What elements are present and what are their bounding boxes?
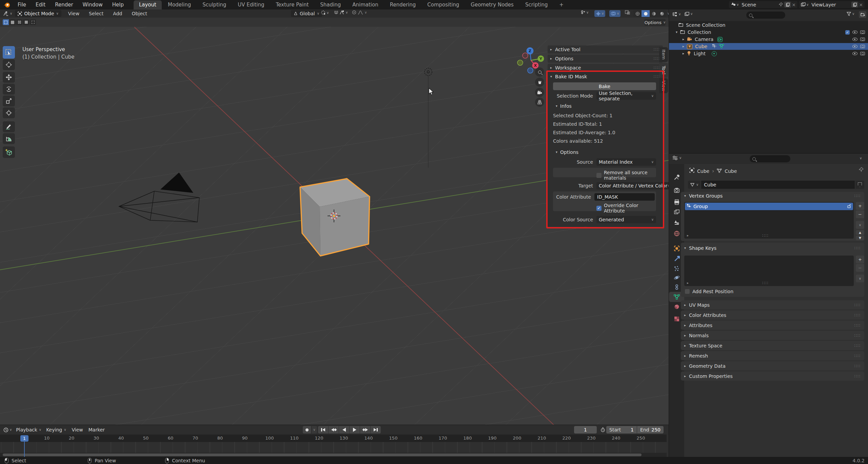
sidebar-tab-view[interactable]: View xyxy=(659,78,668,93)
xray-toggle[interactable] xyxy=(625,10,630,15)
panel-grip-icon[interactable]: ∷∷ xyxy=(854,246,861,250)
tool-measure[interactable] xyxy=(3,133,15,144)
tool-options-dropdown[interactable]: Options∨ xyxy=(645,19,666,26)
add-vertex-group-button[interactable]: + xyxy=(856,202,864,210)
tool-move[interactable] xyxy=(3,72,15,83)
remove-viewlayer-button[interactable]: × xyxy=(859,2,863,7)
breadcrumb-object-name[interactable]: Cube xyxy=(697,168,709,174)
panel-texture-space[interactable]: ▸Texture Space∷∷ xyxy=(681,341,864,350)
cube-object[interactable] xyxy=(292,169,376,261)
expand-icon[interactable]: ▸ xyxy=(683,38,684,41)
lock-open-icon[interactable] xyxy=(847,203,851,209)
source-dropdown[interactable]: Material Index∨ xyxy=(596,158,656,166)
zoom-view-button[interactable] xyxy=(535,67,544,77)
tool-cursor[interactable] xyxy=(3,59,15,70)
outliner-filter-dropdown[interactable]: ∨ xyxy=(847,12,854,16)
playhead-frame-tag[interactable]: 1 xyxy=(20,435,28,442)
workspace-tab-geometry-nodes[interactable]: Geometry Nodes xyxy=(465,0,519,9)
shape-keys-list[interactable]: ▸ ∷∷ xyxy=(684,256,854,286)
move-group-down-button[interactable]: ▼ xyxy=(856,236,864,240)
timeline-editor-type-button[interactable]: ∨ xyxy=(3,427,12,432)
disable-render-icon[interactable] xyxy=(860,52,865,55)
disable-render-icon[interactable] xyxy=(860,45,865,48)
next-keyframe-button[interactable] xyxy=(360,426,370,433)
select-mode-subtract[interactable] xyxy=(23,19,29,25)
jump-to-start-button[interactable] xyxy=(318,426,328,433)
mesh-data-icon[interactable] xyxy=(719,44,724,49)
new-viewlayer-button[interactable] xyxy=(851,2,858,7)
panel-normals[interactable]: ▸Normals∷∷ xyxy=(681,331,864,340)
breadcrumb-data-name[interactable]: Cube xyxy=(725,168,737,174)
light-data-icon[interactable] xyxy=(712,51,717,56)
menu-window[interactable]: Window xyxy=(78,2,107,8)
timeline-tracks[interactable] xyxy=(0,442,667,453)
remove-materials-checkbox[interactable] xyxy=(596,173,601,178)
timeline-scrollbar-thumb[interactable] xyxy=(3,453,642,456)
end-frame-field[interactable]: End250 xyxy=(637,426,664,433)
add-shape-key-button[interactable]: + xyxy=(856,256,864,263)
orientation-dropdown[interactable]: Global ∨ xyxy=(291,10,322,17)
snap-controls[interactable]: ∨ xyxy=(334,10,348,15)
workspace-tab-layout[interactable]: Layout xyxy=(134,0,162,9)
list-resize-grip[interactable]: ∷∷ xyxy=(762,281,769,285)
vertex-group-specials-button[interactable]: ∨ xyxy=(856,221,864,229)
prev-keyframe-button[interactable] xyxy=(329,426,339,433)
viewport-menu-select[interactable]: Select xyxy=(84,11,108,16)
npanel-workspace[interactable]: ▸Workspace∷∷ xyxy=(548,64,663,72)
workspace-tab-compositing[interactable]: Compositing xyxy=(422,0,465,9)
npanel-active-tool[interactable]: ▸Active Tool∷∷ xyxy=(548,45,663,54)
selection-mode-dropdown[interactable]: Use Selection, separate∨ xyxy=(596,92,656,100)
timeline-menu-keying[interactable]: Keying∨ xyxy=(46,427,66,432)
viewlayer-name[interactable]: ViewLayer xyxy=(809,2,851,7)
panel-grip-icon[interactable]: ∷∷ xyxy=(854,194,861,198)
current-frame-field[interactable]: 1 xyxy=(574,426,597,433)
shading-wireframe-button[interactable] xyxy=(633,10,642,17)
workspace-tab-texture-paint[interactable]: Texture Paint xyxy=(270,0,314,9)
camera-data-icon[interactable] xyxy=(717,37,723,42)
bake-button[interactable]: Bake xyxy=(553,82,656,90)
move-group-up-button[interactable]: ▲ xyxy=(856,230,864,235)
viewlayer-browse-caret[interactable]: ∨ xyxy=(806,3,809,6)
tool-annotate[interactable] xyxy=(3,121,15,132)
color-attribute-field[interactable]: ID_MASK xyxy=(594,193,655,201)
outliner-search-field[interactable] xyxy=(746,12,785,19)
properties-editor-type-button[interactable]: ∨ xyxy=(672,156,682,160)
hide-viewport-icon[interactable] xyxy=(852,45,857,48)
sidebar-tab-tool[interactable]: Tool xyxy=(659,63,668,78)
bake-panel-header[interactable]: ▾ Bake ID Mask ∷∷ xyxy=(550,73,660,80)
new-collection-button[interactable] xyxy=(859,11,866,18)
proportional-edit-controls[interactable]: ∨ xyxy=(352,10,367,15)
new-scene-button[interactable] xyxy=(784,2,791,7)
properties-options-caret[interactable]: ∨ xyxy=(860,157,862,160)
panel-remesh[interactable]: ▸Remesh∷∷ xyxy=(681,351,864,360)
mode-dropdown[interactable]: Object Mode ∨ xyxy=(15,10,61,17)
hide-viewport-icon[interactable] xyxy=(852,31,857,34)
light-object[interactable] xyxy=(420,66,437,175)
mesh-name-field[interactable]: Cube xyxy=(701,181,855,189)
options-subpanel-header[interactable]: ▾Options xyxy=(556,149,578,156)
vertex-groups-header[interactable]: ▾ Vertex Groups ∷∷ xyxy=(681,192,864,200)
scene-icon[interactable] xyxy=(731,2,736,7)
expand-icon[interactable]: ▸ xyxy=(683,45,684,48)
workspace-tab-modeling[interactable]: Modeling xyxy=(162,0,196,9)
outliner-row-collection[interactable]: ▾ Collection ✓ xyxy=(669,29,868,36)
viewlayer-icon[interactable] xyxy=(801,2,806,7)
record-button[interactable] xyxy=(303,426,311,433)
tab-tool[interactable] xyxy=(669,172,684,182)
show-object-types-dropdown[interactable]: ∨ xyxy=(580,10,589,15)
modifier-stack-icon[interactable] xyxy=(712,44,716,49)
vertex-groups-list[interactable]: Group ▸ ∷∷ xyxy=(684,202,854,239)
menu-edit[interactable]: Edit xyxy=(31,2,50,8)
panel-uv-maps[interactable]: ▸UV Maps∷∷ xyxy=(681,300,864,309)
pivot-point-dropdown[interactable]: ∨ xyxy=(321,10,329,15)
menu-help[interactable]: Help xyxy=(107,2,129,8)
vertex-group-row[interactable]: Group xyxy=(685,203,853,210)
outliner-display-mode-dropdown[interactable]: ∨ xyxy=(672,12,681,16)
gizmos-toggle[interactable]: ∨ xyxy=(594,10,605,17)
shading-material-button[interactable] xyxy=(650,10,658,17)
disable-render-icon[interactable] xyxy=(860,31,865,34)
add-workspace-button[interactable]: + xyxy=(554,0,569,9)
workspace-tab-shading[interactable]: Shading xyxy=(315,0,346,9)
workspace-tab-scripting[interactable]: Scripting xyxy=(520,0,553,9)
tool-scale[interactable] xyxy=(3,96,15,106)
